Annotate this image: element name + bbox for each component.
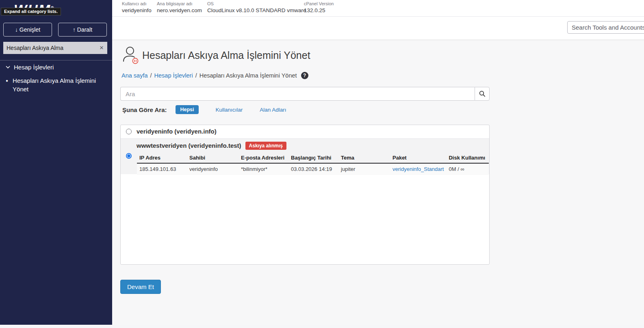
cell-ip: 185.149.101.63: [137, 163, 187, 175]
header-field-os: OS CloudLinux v8.10.0 STANDARD vmware: [207, 1, 306, 13]
list-item-wwwtestveridyen[interactable]: wwwtestveridyen (veridyeninfo.test)Askıy…: [121, 139, 489, 174]
account-search-input[interactable]: [120, 87, 475, 101]
sidebar-divider: [0, 60, 112, 60]
filter-row: Şuna Göre Ara: Hepsi Kullanıcılar Alan A…: [122, 105, 286, 114]
cell-email: *bilinmiyor*: [239, 163, 288, 175]
breadcrumb: Ana sayfa / Hesap İşlevleri / Hesapları …: [121, 72, 308, 79]
main-area: Kullanıcı adı veridyeninfo Ana bilgisaya…: [112, 0, 644, 328]
cell-start-date: 03.03.2026 14:19: [288, 163, 338, 175]
package-link[interactable]: veridyeninfo_Standart: [392, 166, 444, 172]
continue-button[interactable]: Devam Et: [120, 280, 161, 294]
cell-disk: 0M / ∞: [446, 163, 489, 175]
col-theme: Tema: [338, 153, 390, 163]
tools-search-input[interactable]: [567, 21, 644, 34]
category-label: Hesap İşlevleri: [14, 64, 54, 71]
sidebar: WHM® Expand all category lists. ↓ Genişl…: [0, 0, 112, 325]
account-name: wwwtestveridyen (veridyeninfo.test)Askıy…: [137, 142, 286, 150]
breadcrumb-category-link[interactable]: Hesap İşlevleri: [154, 72, 193, 79]
header-field-hostname: Ana bilgisayar adı nero.veridyen.com: [157, 1, 202, 13]
header-field-username: Kullanıcı adı veridyeninfo: [122, 1, 152, 13]
radio-veridyeninfo[interactable]: [126, 129, 132, 134]
collapse-button[interactable]: ↑ Daralt: [58, 23, 107, 37]
search-button[interactable]: [475, 87, 490, 101]
sidebar-item-manage-suspension[interactable]: ● Hesapları Askıya Alma İşlemini Yönet: [6, 76, 106, 93]
arrow-up-icon: ↑: [73, 26, 76, 33]
content-panel: Hesapları Askıya Alma İşlemini Yönet Ana…: [112, 39, 644, 325]
radio-wwwtestveridyen[interactable]: [126, 153, 132, 159]
tooltip: Expand all category lists.: [1, 8, 61, 15]
breadcrumb-home-link[interactable]: Ana sayfa: [121, 72, 148, 79]
account-details-table: IP Adres Sahibi E-posta Adresleri Başlan…: [137, 153, 489, 175]
page-title: Hesapları Askıya Alma İşlemini Yönet: [142, 50, 310, 61]
arrow-down-icon: ↓: [15, 26, 18, 33]
search-icon: [479, 91, 486, 97]
col-start-date: Başlangıç Tarihi: [288, 153, 338, 163]
filter-alan-adlari[interactable]: Alan Adları: [260, 107, 286, 113]
help-icon[interactable]: ?: [301, 72, 308, 79]
col-ip: IP Adres: [137, 153, 187, 163]
breadcrumb-separator: /: [150, 72, 152, 79]
col-owner: Sahibi: [187, 153, 239, 163]
col-package: Paket: [390, 153, 446, 163]
account-name: veridyeninfo (veridyen.info): [137, 128, 217, 135]
sidebar-search-input[interactable]: [3, 45, 96, 51]
breadcrumb-separator: /: [195, 72, 197, 79]
filter-label: Şuna Göre Ara:: [122, 106, 167, 113]
table-row: 185.149.101.63 veridyeninfo *bilinmiyor*…: [137, 163, 489, 175]
accounts-list: veridyeninfo (veridyen.info) wwwtestveri…: [120, 125, 490, 265]
sidebar-item-label: Hesapları Askıya Alma İşlemini Yönet: [13, 76, 106, 93]
sidebar-search: ×: [3, 42, 107, 54]
bottom-scroll-strip[interactable]: [0, 325, 644, 328]
chevron-down-icon: [6, 66, 10, 69]
bullet-icon: ●: [6, 76, 8, 93]
sidebar-category-hesap-islevleri[interactable]: Hesap İşlevleri: [6, 64, 54, 71]
header-field-cpanel-version: cPanel Version 132.0.25: [304, 1, 334, 13]
cell-owner: veridyeninfo: [187, 163, 239, 175]
clear-search-icon[interactable]: ×: [96, 44, 107, 52]
col-disk: Disk Kullanımı: [446, 153, 489, 163]
expand-button[interactable]: ↓ Genişlet: [3, 23, 52, 37]
filter-hepsi[interactable]: Hepsi: [176, 105, 198, 114]
col-email: E-posta Adresleri: [239, 153, 288, 163]
cell-theme: jupiter: [338, 163, 390, 175]
suspend-account-icon: [122, 46, 140, 65]
cell-package: veridyeninfo_Standart: [390, 163, 446, 175]
account-search: [120, 87, 490, 101]
suspended-badge: Askıya alınmış: [245, 142, 286, 150]
filter-kullanicilar[interactable]: Kullanıcılar: [216, 107, 243, 113]
table-header-row: IP Adres Sahibi E-posta Adresleri Başlan…: [137, 153, 489, 163]
breadcrumb-current: Hesapları Askıya Alma İşlemini Yönet: [199, 72, 297, 79]
header-divider: [112, 16, 644, 17]
list-item-veridyeninfo[interactable]: veridyeninfo (veridyen.info): [121, 125, 489, 139]
